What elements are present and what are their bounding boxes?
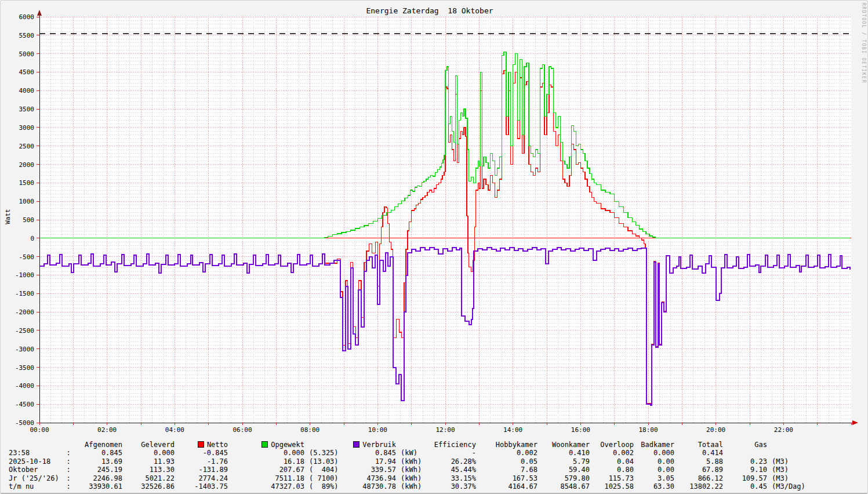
table-cell: 0.80 — [590, 466, 634, 474]
table-header-blank — [767, 441, 808, 449]
table-cell: (M3) — [767, 474, 808, 482]
table-cell: 579.80 — [537, 474, 590, 482]
table-cell: 16.18 — [228, 457, 304, 466]
table-cell: 8548.67 — [537, 482, 590, 491]
tick-label: 14:00 — [503, 426, 522, 434]
table-cell: 5.88 — [674, 457, 723, 466]
row-label: Jr ('25/'26) — [9, 474, 64, 482]
table-cell: 13802.22 — [674, 482, 723, 491]
table-cell: : — [64, 457, 72, 466]
table-cell: 0.845 — [338, 449, 396, 457]
table-cell: 0.002 — [476, 449, 537, 457]
table-cell: 339.57 — [338, 466, 396, 474]
tick-label: 00:00 — [30, 426, 49, 434]
tick-label: 06:00 — [233, 426, 252, 434]
table-cell: (M3/Dag) — [767, 482, 808, 491]
table-header-opgewekt: Opgewekt — [228, 441, 304, 449]
tick-label: -3000 — [15, 346, 34, 353]
table-header-blank — [304, 441, 338, 449]
table-cell: 207.67 — [228, 466, 304, 474]
opgewekt-legend-swatch — [262, 441, 268, 448]
tick-label: 2500 — [19, 143, 35, 150]
table-cell: 7.68 — [476, 466, 537, 474]
table-cell: 0.05 — [476, 457, 537, 466]
tick-label: 18:00 — [638, 426, 658, 434]
table-cell: (kWh) — [396, 482, 423, 491]
tick-label: 20:00 — [706, 426, 725, 434]
table-cell: 0.410 — [537, 449, 590, 457]
table-header-geleverd: Geleverd — [122, 441, 175, 449]
table-cell: 48730.78 — [338, 482, 396, 491]
table-cell: (M3) — [767, 457, 808, 466]
tick-label: 3000 — [19, 124, 35, 132]
table-cell: -1403.75 — [175, 482, 228, 491]
tick-label: 1500 — [19, 179, 35, 187]
table-cell: 0.00 — [634, 457, 674, 466]
row-label: 23:58 — [9, 449, 64, 457]
table-cell: 47327.03 — [228, 482, 304, 491]
table-cell: -0.845 — [175, 449, 228, 457]
table-header-efficiency: Efficiency — [423, 441, 476, 449]
table-cell: 167.53 — [476, 474, 537, 482]
netto-legend-swatch — [198, 441, 204, 448]
tick-label: 5000 — [19, 50, 35, 58]
table-header-blank — [64, 441, 72, 449]
table-cell — [723, 449, 767, 457]
table-cell: 2246.98 — [72, 474, 122, 482]
table-cell: 0.23 — [723, 457, 767, 466]
table-cell: (13.03) — [304, 457, 338, 466]
tick-label: 02:00 — [97, 426, 117, 434]
tick-label: 04:00 — [165, 426, 184, 434]
table-header-overloop: Overloop — [590, 441, 634, 449]
tick-label: 500 — [23, 216, 34, 224]
table-header-blank — [396, 441, 423, 449]
table-cell: 245.19 — [72, 466, 122, 474]
table-cell: -1.76 — [175, 457, 228, 466]
table-cell: 33930.61 — [72, 482, 122, 491]
tick-label: 12:00 — [435, 426, 455, 434]
table-cell: 17.94 — [338, 457, 396, 466]
row-label: 2025-10-18 — [9, 457, 64, 466]
tick-label: 2000 — [19, 161, 35, 169]
table-cell: 63.30 — [634, 482, 674, 491]
table-cell: 7511.18 — [228, 474, 304, 482]
table-cell: 0.000 — [228, 449, 304, 457]
table-header-verbruik: Verbruik — [338, 441, 396, 449]
tick-label: 3500 — [19, 106, 35, 113]
table-cell: 0.000 — [122, 449, 175, 457]
rrdtool-energy-graph: Energie Zaterdag 18 Oktober Watt RRDTOOL… — [0, 0, 868, 494]
table-header-woonkamer: Woonkamer — [537, 441, 590, 449]
table-cell: - — [423, 449, 476, 457]
tick-label: 22:00 — [774, 426, 793, 434]
table-cell: : — [64, 474, 72, 482]
table-cell: 4164.67 — [476, 482, 537, 491]
tick-label: 10:00 — [368, 426, 387, 434]
table-cell: (M3) — [767, 466, 808, 474]
table-cell: 45.44% — [423, 466, 476, 474]
table-cell: 32526.86 — [122, 482, 175, 491]
table-cell: (5.325) — [304, 449, 338, 457]
table-header-totaal: Totaal — [674, 441, 723, 449]
table-cell: : — [64, 466, 72, 474]
table-cell: 0.04 — [590, 457, 634, 466]
table-cell: 0.45 — [723, 482, 767, 491]
tick-label: 0 — [30, 235, 34, 242]
tick-label: -4500 — [15, 401, 34, 408]
table-cell: 115.73 — [590, 474, 634, 482]
table-cell: : — [64, 449, 72, 457]
table-header-blank — [9, 441, 64, 449]
table-header-netto: Netto — [175, 441, 228, 449]
tick-label: -3500 — [15, 364, 34, 372]
energy-chart-canvas: 6000550050004500400035003000250020001500… — [1, 1, 868, 447]
table-cell: : — [64, 482, 72, 491]
table-cell: 0.000 — [634, 449, 674, 457]
table-cell: 67.89 — [674, 466, 723, 474]
tick-label: 16:00 — [571, 426, 590, 434]
table-cell: 11.93 — [122, 457, 175, 466]
tick-label: -1000 — [15, 271, 34, 279]
table-cell: (kWh) — [396, 474, 423, 482]
table-header-gas: Gas — [723, 441, 767, 449]
row-label: t/m nu — [9, 482, 64, 491]
tick-label: -2000 — [15, 308, 34, 316]
table-cell: 3.05 — [634, 474, 674, 482]
